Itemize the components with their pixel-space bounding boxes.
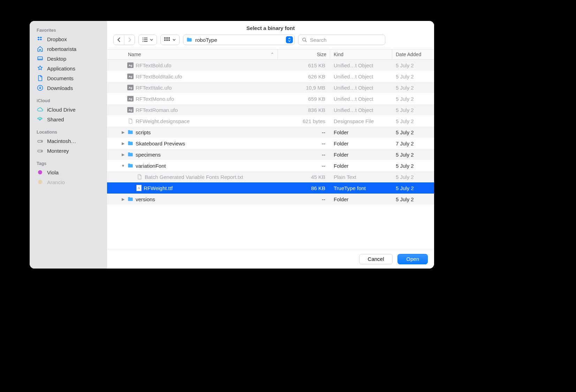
group-view-button[interactable]	[160, 35, 180, 45]
file-row[interactable]: Batch Generated Variable Fonts Report.tx…	[107, 171, 434, 182]
svg-point-2	[39, 119, 40, 120]
cell-name: AgRFTextBold.ufo	[107, 62, 278, 68]
svg-point-9	[143, 39, 144, 40]
disclosure-triangle-icon[interactable]: ▶	[121, 197, 125, 202]
cell-kind: Folder	[330, 141, 392, 146]
main-panel: Select a binary font roboType	[107, 21, 434, 269]
forward-button[interactable]	[124, 35, 135, 45]
column-size[interactable]: Size	[278, 50, 330, 59]
download-icon	[37, 84, 44, 91]
cell-size: 615 KB	[278, 62, 330, 68]
cell-date: 5 July 2	[392, 118, 434, 124]
file-row[interactable]: ▶scripts--Folder5 July 2	[107, 127, 434, 138]
open-button[interactable]: Open	[397, 254, 428, 264]
file-row[interactable]: ▼variationFont--Folder5 July 2	[107, 160, 434, 171]
disclosure-triangle-icon[interactable]: ▼	[121, 164, 125, 168]
font-icon: A	[136, 185, 142, 191]
cell-date: 7 July 2	[392, 141, 434, 146]
sidebar-item-icloud-drive[interactable]: iCloud Drive	[30, 105, 107, 114]
file-row[interactable]: ▶versions--Folder5 July 2	[107, 194, 434, 205]
disclosure-triangle-icon[interactable]: ▶	[121, 130, 125, 135]
file-row[interactable]: AgRFTextBold.ufo615 KBUnified…t Object5 …	[107, 60, 434, 71]
file-row[interactable]: AgRFTextItalic.ufo10,9 MBUnified…t Objec…	[107, 82, 434, 93]
cancel-button[interactable]: Cancel	[359, 254, 393, 264]
cell-name: ARFWeight.ttf	[107, 185, 278, 191]
sidebar-item-shared[interactable]: Shared	[30, 114, 107, 124]
desktop-icon	[37, 55, 44, 62]
ufo-icon: Ag	[127, 74, 134, 79]
file-row[interactable]: AgRFTextRoman.ufo836 KBUnified…t Object5…	[107, 104, 434, 115]
file-name: versions	[136, 196, 155, 202]
document-icon	[127, 118, 134, 124]
sidebar-item-label: iCloud Drive	[47, 107, 76, 113]
column-name[interactable]: Name ⌃	[107, 50, 278, 59]
sidebar-item-tag-2[interactable]: Arancio	[30, 177, 107, 187]
sidebar-item-downloads[interactable]: Downloads	[30, 83, 107, 93]
cell-date: 5 July 2	[392, 152, 434, 158]
folder-icon	[127, 163, 134, 169]
cell-date: 5 July 2	[392, 185, 434, 191]
svg-rect-17	[166, 39, 168, 41]
file-row[interactable]: ▶Skateboard Previews--Folder7 July 2	[107, 138, 434, 149]
path-popup[interactable]: roboType	[183, 35, 295, 45]
sidebar-item-label: Macintosh…	[47, 138, 76, 144]
sidebar-item-disk-1[interactable]: Macintosh…	[30, 136, 107, 146]
search-input[interactable]: Search	[298, 35, 385, 45]
cell-date: 5 July 2	[392, 163, 434, 169]
sidebar-item-label: Shared	[47, 116, 64, 122]
sidebar-item-label: Applications	[47, 66, 75, 71]
file-row[interactable]: RFWeight.designspace621 bytesDesignspace…	[107, 115, 434, 127]
cell-date: 5 July 2	[392, 62, 434, 68]
file-row[interactable]: AgRFTextBoldItalic.ufo626 KBUnified…t Ob…	[107, 71, 434, 82]
sidebar-item-label: Viola	[47, 169, 59, 175]
sidebar-item-applications[interactable]: Applications	[30, 63, 107, 73]
cell-kind: Folder	[330, 196, 392, 202]
cell-kind: Folder	[330, 163, 392, 169]
cell-size: 836 KB	[278, 107, 330, 113]
file-row[interactable]: ARFWeight.ttf86 KBTrueType font5 July 2	[107, 182, 434, 194]
disclosure-triangle-icon[interactable]: ▶	[121, 152, 125, 157]
cell-name: ▶scripts	[107, 129, 278, 135]
cell-size: 626 KB	[278, 74, 330, 80]
cell-date: 5 July 2	[392, 129, 434, 135]
sidebar-item-label: Dropbox	[47, 36, 67, 42]
sidebar-item-label: Downloads	[47, 85, 73, 91]
cell-name: ▶Skateboard Previews	[107, 140, 278, 146]
svg-point-7	[143, 38, 144, 39]
list-icon	[142, 37, 148, 42]
cell-name: RFWeight.designspace	[107, 118, 278, 124]
back-button[interactable]	[114, 35, 124, 45]
cell-size: 659 KB	[278, 96, 330, 102]
disk-icon	[37, 147, 44, 154]
list-view-button[interactable]	[138, 35, 157, 45]
cell-size: 10,9 MB	[278, 85, 330, 91]
disclosure-triangle-icon[interactable]: ▶	[121, 141, 125, 146]
footer: Cancel Open	[107, 249, 434, 269]
sidebar-item-documents[interactable]: Documents	[30, 73, 107, 83]
up-down-icon	[286, 36, 293, 43]
file-row[interactable]: AgRFTextMono.ufo659 KBUnified…t Object5 …	[107, 93, 434, 104]
cell-size: --	[278, 163, 330, 169]
sidebar-item-desktop[interactable]: Desktop	[30, 54, 107, 63]
apps-icon	[37, 65, 44, 72]
sidebar-item-tag-1[interactable]: Viola	[30, 167, 107, 177]
chevron-left-icon	[117, 37, 121, 42]
tag-orange-icon	[37, 179, 44, 186]
cell-name: ▶versions	[107, 196, 278, 202]
sidebar-item-home[interactable]: robertoarista	[30, 44, 107, 54]
folder-icon	[127, 129, 134, 135]
cell-kind: Plain Text	[330, 174, 392, 180]
column-date[interactable]: Date Added	[392, 50, 434, 59]
file-row[interactable]: ▶specimens--Folder5 July 2	[107, 149, 434, 160]
column-kind[interactable]: Kind	[330, 50, 392, 59]
svg-rect-18	[168, 39, 170, 41]
cell-name: AgRFTextBoldItalic.ufo	[107, 74, 278, 80]
file-list[interactable]: AgRFTextBold.ufo615 KBUnified…t Object5 …	[107, 60, 434, 249]
dialog-title: Select a binary font	[107, 21, 434, 35]
file-name: specimens	[136, 152, 161, 158]
cell-date: 5 July 2	[392, 174, 434, 180]
chevron-right-icon	[128, 37, 132, 42]
sidebar-item-dropbox[interactable]: Dropbox	[30, 34, 107, 44]
sidebar-item-disk-2[interactable]: Monterey	[30, 146, 107, 156]
columns-header: Name ⌃ Size Kind Date Added	[107, 49, 434, 60]
